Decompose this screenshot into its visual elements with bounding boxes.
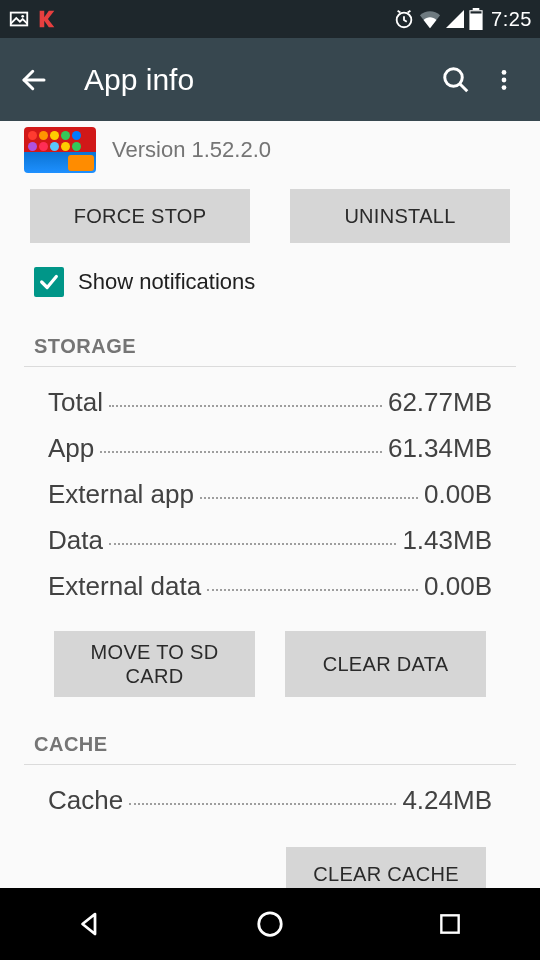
svg-rect-5 — [471, 11, 482, 13]
status-bar: 7:25 — [0, 0, 540, 38]
gallery-notification-icon — [8, 8, 30, 30]
svg-point-1 — [21, 15, 24, 18]
app-header: Version 1.52.2.0 — [0, 121, 540, 181]
storage-ext-app-value: 0.00B — [424, 471, 492, 517]
svg-rect-0 — [11, 13, 28, 26]
move-to-sd-button[interactable]: MOVE TO SD CARD — [54, 631, 255, 697]
storage-ext-app-row: External app 0.00B — [48, 471, 492, 517]
clear-data-button[interactable]: CLEAR DATA — [285, 631, 486, 697]
storage-data-value: 1.43MB — [402, 517, 492, 563]
page-title: App info — [84, 63, 432, 97]
cache-section-header: CACHE — [24, 707, 516, 765]
search-button[interactable] — [432, 56, 480, 104]
cache-actions-row: CLEAR CACHE — [0, 829, 540, 888]
uninstall-button[interactable]: UNINSTALL — [290, 189, 510, 243]
force-stop-button[interactable]: FORCE STOP — [30, 189, 250, 243]
storage-ext-data-row: External data 0.00B — [48, 563, 492, 609]
show-notifications-row[interactable]: Show notifications — [0, 253, 540, 309]
navigation-bar — [0, 888, 540, 960]
app-icon — [24, 127, 96, 173]
svg-point-10 — [502, 77, 507, 82]
status-time: 7:25 — [491, 8, 532, 31]
alarm-icon — [393, 8, 415, 30]
storage-stats: Total 62.77MB App 61.34MB External app 0… — [0, 367, 540, 623]
wifi-icon — [419, 9, 441, 29]
show-notifications-label: Show notifications — [78, 269, 255, 295]
svg-line-8 — [460, 83, 468, 91]
storage-total-value: 62.77MB — [388, 379, 492, 425]
storage-total-label: Total — [48, 379, 103, 425]
cache-row: Cache 4.24MB — [48, 777, 492, 823]
clear-cache-button[interactable]: CLEAR CACHE — [286, 847, 486, 888]
storage-total-row: Total 62.77MB — [48, 379, 492, 425]
storage-data-label: Data — [48, 517, 103, 563]
svg-point-9 — [502, 70, 507, 75]
kaspersky-notification-icon — [36, 8, 58, 30]
show-notifications-checkbox[interactable] — [34, 267, 64, 297]
nav-home-button[interactable] — [240, 894, 300, 954]
nav-back-button[interactable] — [60, 894, 120, 954]
storage-section-header: STORAGE — [24, 309, 516, 367]
storage-ext-data-label: External data — [48, 563, 201, 609]
svg-point-7 — [445, 68, 463, 86]
svg-rect-4 — [473, 8, 480, 10]
nav-recents-button[interactable] — [420, 894, 480, 954]
svg-rect-13 — [441, 915, 458, 932]
storage-app-value: 61.34MB — [388, 425, 492, 471]
back-button[interactable] — [10, 56, 58, 104]
svg-point-11 — [502, 85, 507, 90]
battery-icon — [469, 8, 483, 30]
content-area: Version 1.52.2.0 FORCE STOP UNINSTALL Sh… — [0, 121, 540, 888]
svg-point-12 — [259, 913, 282, 936]
cell-signal-icon — [445, 9, 465, 29]
storage-data-row: Data 1.43MB — [48, 517, 492, 563]
cache-value: 4.24MB — [402, 777, 492, 823]
primary-actions-row: FORCE STOP UNINSTALL — [0, 181, 540, 253]
storage-ext-app-label: External app — [48, 471, 194, 517]
app-bar: App info — [0, 38, 540, 121]
overflow-menu-button[interactable] — [480, 56, 528, 104]
cache-label: Cache — [48, 777, 123, 823]
cache-stats: Cache 4.24MB — [0, 765, 540, 829]
app-version: Version 1.52.2.0 — [112, 137, 271, 163]
storage-actions-row: MOVE TO SD CARD CLEAR DATA — [0, 623, 540, 707]
storage-app-label: App — [48, 425, 94, 471]
storage-ext-data-value: 0.00B — [424, 563, 492, 609]
storage-app-row: App 61.34MB — [48, 425, 492, 471]
